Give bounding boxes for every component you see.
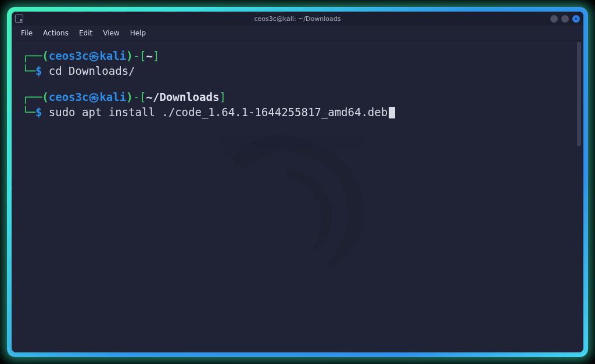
prompt-host: kali [99,91,126,103]
prompt-line-top: ┌──(ceos3c㉿kali)-[~/Downloads] [22,90,573,105]
menu-help[interactable]: Help [126,27,150,39]
svg-point-0 [250,156,256,162]
prompt-path: ~ [146,49,153,62]
maximize-button[interactable] [561,15,569,23]
window-glow-border: ceos3c@kali: ~/Downloads ✕ File Actions … [7,7,588,357]
terminal-content: ┌──(ceos3c㉿kali)-[~] └─$ cd Downloads/ ┌… [22,49,573,120]
skull-icon: ㉿ [88,91,99,103]
menu-edit[interactable]: Edit [74,27,97,39]
menu-view[interactable]: View [98,27,124,39]
minimize-button[interactable] [550,15,558,23]
prompt-line-top: ┌──(ceos3c㉿kali)-[~] [22,49,573,64]
prompt-line-bottom: └─$ cd Downloads/ [22,64,573,79]
prompt-line-bottom: └─$ sudo apt install ./code_1.64.1-16442… [22,105,573,120]
prompt-user: ceos3c [49,49,89,62]
close-button[interactable]: ✕ [572,15,580,23]
prompt-user: ceos3c [49,91,89,103]
scrollbar-thumb[interactable] [577,42,581,146]
window-controls: ✕ [550,15,580,23]
titlebar[interactable]: ceos3c@kali: ~/Downloads ✕ [12,12,583,26]
kali-dragon-watermark [187,91,408,311]
prompt-host: kali [99,49,126,62]
skull-icon: ㉿ [88,49,99,62]
cursor [389,107,395,118]
terminal-window: ceos3c@kali: ~/Downloads ✕ File Actions … [12,12,583,352]
command-text: cd Downloads/ [49,64,135,77]
window-title: ceos3c@kali: ~/Downloads [255,15,341,23]
prompt-path: ~/Downloads [146,91,220,103]
menu-file[interactable]: File [16,27,37,39]
command-text: sudo apt install ./code_1.64.1-164425581… [49,106,388,118]
terminal-viewport[interactable]: ┌──(ceos3c㉿kali)-[~] └─$ cd Downloads/ ┌… [12,41,583,352]
menu-actions[interactable]: Actions [38,27,73,39]
app-icon [15,15,23,23]
menubar: File Actions Edit View Help [12,26,583,41]
